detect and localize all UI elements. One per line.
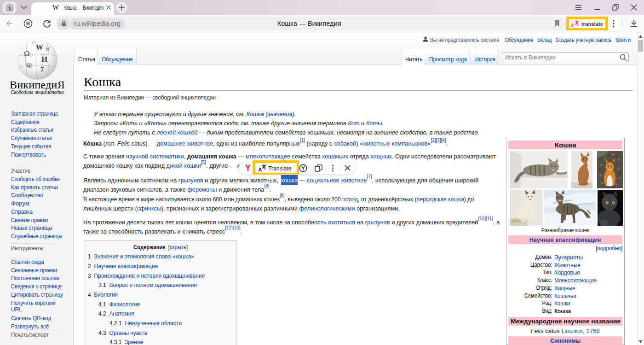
svg-text:7: 7 — [40, 66, 44, 73]
svg-text:ب: ب — [32, 40, 36, 44]
svg-text:A: A — [259, 167, 262, 172]
svg-text:Ω: Ω — [24, 49, 30, 58]
svg-text:Я: Я — [26, 21, 30, 26]
svg-text:ℵ: ℵ — [46, 47, 50, 52]
svg-text:知: 知 — [26, 62, 32, 69]
svg-text:W: W — [36, 43, 43, 51]
svg-text:1: 1 — [8, 6, 11, 11]
svg-text:A: A — [571, 23, 575, 28]
svg-text:И: И — [41, 55, 47, 64]
